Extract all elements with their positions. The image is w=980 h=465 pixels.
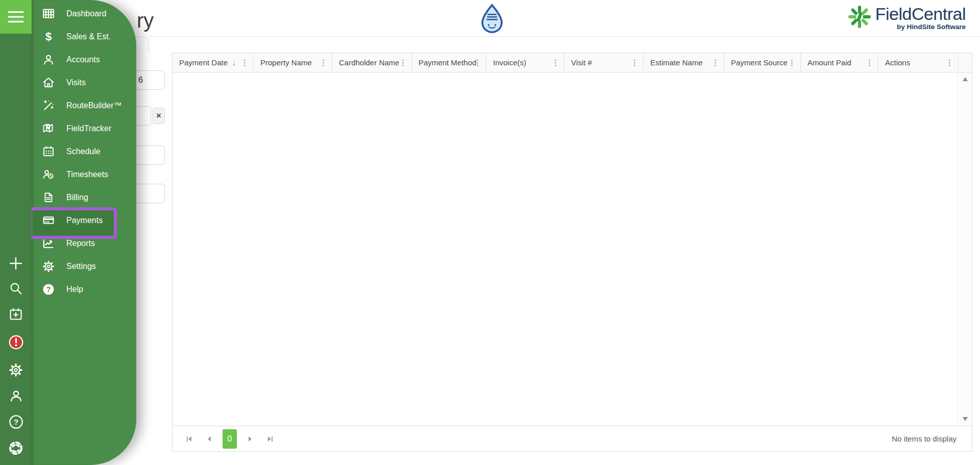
menu-item-billing[interactable]: Billing	[32, 186, 136, 209]
alerts-button[interactable]	[0, 331, 32, 353]
payments-page: ry	[0, 0, 980, 465]
column-label: Visit #	[571, 58, 592, 67]
column-menu-icon[interactable]: ⋮	[631, 53, 639, 72]
column-header-invoices[interactable]: Invoice(s)⋮	[486, 53, 565, 72]
gear-icon	[8, 362, 23, 378]
column-header-cardholder-name[interactable]: Cardholder Name⋮	[332, 53, 412, 72]
column-menu-icon[interactable]: ⋮	[320, 53, 327, 72]
menu-item-visits[interactable]: Visits	[32, 71, 136, 94]
community-button[interactable]	[0, 437, 32, 459]
menu-item-label: Reports	[66, 239, 95, 248]
column-label: Payment Method	[419, 58, 476, 67]
question-icon: ?	[41, 282, 56, 297]
add-event-button[interactable]	[0, 303, 32, 326]
column-menu-icon[interactable]: ⋮	[788, 53, 796, 72]
menu-item-label: Schedule	[66, 147, 101, 156]
grid-body-empty	[173, 72, 972, 426]
map-pin-icon	[41, 121, 56, 136]
menu-item-label: RouteBuilder™	[66, 101, 122, 110]
column-label: Payment Date	[179, 58, 228, 67]
search-button[interactable]	[0, 277, 32, 300]
menu-item-label: FieldTracker	[66, 124, 111, 133]
person-icon	[41, 52, 56, 67]
fieldcentral-mark-icon	[848, 5, 871, 29]
hamburger-icon	[7, 10, 24, 24]
calendar-icon	[41, 144, 56, 159]
column-menu-icon[interactable]: ⋮	[474, 53, 481, 72]
payments-grid: Payment Date↓ ⋮ Property Name⋮ Cardholde…	[172, 53, 972, 452]
navigation-menu: Dashboard $ Sales & Est. Accounts Visits	[32, 0, 136, 465]
menu-item-routebuilder[interactable]: RouteBuilder™	[32, 94, 136, 117]
grid-pager: 0 No items to display	[173, 426, 972, 451]
product-byline: by HindSite Software	[897, 23, 966, 31]
column-menu-icon[interactable]: ⋮	[946, 53, 953, 72]
menu-item-sales[interactable]: $ Sales & Est.	[32, 25, 136, 48]
menu-item-payments[interactable]: Payments	[32, 209, 136, 232]
quick-add-button[interactable]	[0, 252, 32, 275]
search-icon	[8, 281, 23, 296]
menu-item-label: Settings	[66, 262, 96, 271]
sort-descending-icon: ↓	[232, 58, 236, 67]
column-menu-icon[interactable]: ⋮	[241, 53, 249, 72]
column-label: Actions	[885, 58, 910, 67]
menu-item-dashboard[interactable]: Dashboard	[32, 2, 136, 25]
column-menu-icon[interactable]: ⋮	[552, 53, 559, 72]
menu-item-label: Payments	[66, 216, 103, 225]
home-icon	[41, 75, 56, 90]
knot-icon	[7, 439, 24, 457]
column-header-estimate-name[interactable]: Estimate Name⋮	[644, 53, 724, 72]
first-page-button[interactable]	[183, 432, 196, 446]
menu-item-label: Visits	[66, 78, 86, 87]
next-page-button[interactable]	[243, 432, 257, 446]
page-title-partial: ry	[137, 9, 154, 32]
person-clock-icon	[41, 167, 56, 182]
column-label: Payment Source	[731, 58, 788, 67]
menu-item-label: Dashboard	[66, 9, 106, 18]
scroll-up-icon[interactable]	[962, 77, 968, 82]
menu-item-fieldtracker[interactable]: FieldTracker	[32, 117, 136, 140]
column-label: Property Name	[260, 58, 312, 67]
column-header-amount-paid[interactable]: Amount Paid⋮	[801, 53, 878, 72]
column-label: Invoice(s)	[493, 58, 526, 67]
column-header-actions[interactable]: Actions⋮	[878, 53, 959, 72]
scroll-down-icon[interactable]	[962, 417, 968, 422]
menu-item-timesheets[interactable]: Timesheets	[32, 163, 136, 186]
column-header-filler	[959, 53, 972, 72]
current-page-indicator[interactable]: 0	[223, 429, 237, 449]
column-menu-icon[interactable]: ⋮	[866, 53, 873, 72]
document-icon	[41, 190, 56, 205]
tab-strip-divider	[149, 36, 980, 37]
svg-text:?: ?	[46, 285, 51, 293]
vertical-scrollbar[interactable]	[958, 72, 972, 426]
column-header-visit-number[interactable]: Visit #⋮	[565, 53, 644, 72]
svg-text:?: ?	[13, 418, 18, 426]
hamburger-menu-button[interactable]	[0, 0, 32, 34]
menu-item-label: Help	[66, 285, 83, 294]
column-header-payment-date[interactable]: Payment Date↓ ⋮	[173, 53, 254, 72]
column-menu-icon[interactable]: ⋮	[712, 53, 719, 72]
previous-page-button[interactable]	[203, 432, 216, 446]
dashboard-grid-icon	[41, 6, 56, 21]
menu-item-schedule[interactable]: Schedule	[32, 140, 136, 163]
profile-button[interactable]	[0, 384, 32, 407]
column-header-payment-method[interactable]: Payment Method⋮	[412, 53, 486, 72]
column-label: Amount Paid	[807, 58, 851, 67]
last-page-button[interactable]	[263, 432, 277, 446]
pager-status: No items to display	[892, 426, 957, 452]
settings-button[interactable]	[0, 359, 32, 381]
fieldcentral-logo: FieldCentral by HindSite Software	[848, 5, 966, 31]
column-header-payment-source[interactable]: Payment Source⋮	[724, 53, 801, 72]
column-header-property-name[interactable]: Property Name⋮	[254, 53, 332, 72]
menu-item-accounts[interactable]: Accounts	[32, 48, 136, 71]
chart-icon	[41, 236, 56, 251]
column-menu-icon[interactable]: ⋮	[399, 53, 407, 72]
menu-item-help[interactable]: ? Help	[32, 278, 136, 301]
help-button[interactable]: ?	[0, 410, 32, 433]
column-label: Cardholder Name	[339, 58, 399, 67]
gear-icon	[41, 259, 56, 274]
clear-filter-button[interactable]: ×	[153, 108, 165, 124]
menu-item-label: Sales & Est.	[66, 32, 111, 41]
menu-item-label: Timesheets	[66, 170, 108, 179]
plus-icon	[8, 256, 23, 271]
menu-item-settings[interactable]: Settings	[32, 255, 136, 278]
